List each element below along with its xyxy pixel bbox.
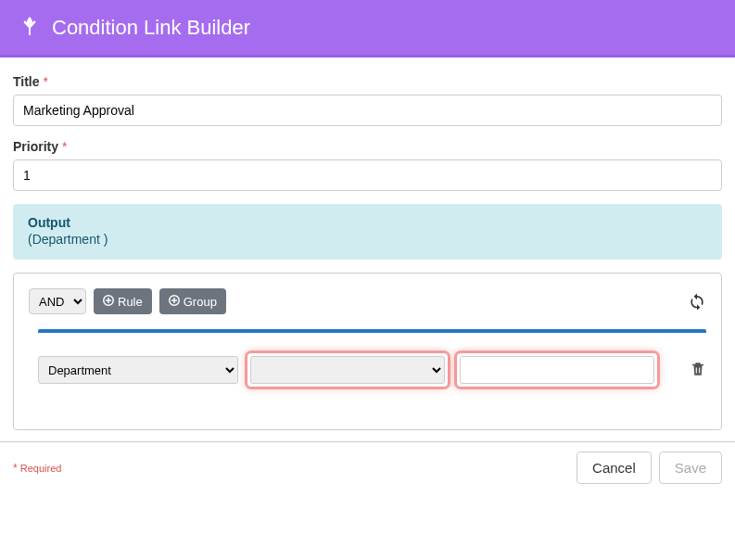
footer-bar: * Required Cancel Save: [0, 441, 735, 493]
add-rule-button[interactable]: Rule: [94, 288, 152, 314]
output-title: Output: [28, 215, 707, 230]
value-input[interactable]: [460, 356, 654, 384]
operator-select[interactable]: [250, 356, 445, 384]
trash-icon[interactable]: [690, 360, 706, 381]
priority-group: Priority *: [13, 139, 722, 191]
title-group: Title *: [13, 74, 722, 126]
save-button[interactable]: Save: [659, 452, 722, 484]
add-group-button[interactable]: Group: [159, 288, 226, 314]
required-asterisk: *: [43, 74, 47, 89]
priority-label: Priority *: [13, 139, 67, 154]
value-invalid-wrap: [457, 353, 657, 387]
required-asterisk: *: [13, 462, 18, 475]
cancel-button[interactable]: Cancel: [577, 452, 652, 484]
rule-toolbar: AND OR Rule Group: [29, 288, 706, 314]
title-label: Title *: [13, 74, 48, 89]
page-header: Condition Link Builder: [0, 0, 735, 57]
priority-input[interactable]: [13, 159, 722, 191]
refresh-icon[interactable]: [688, 291, 706, 312]
plus-circle-icon: [103, 295, 114, 309]
rule-rows-container: Department: [38, 329, 706, 387]
logic-select[interactable]: AND OR: [29, 288, 86, 314]
output-panel: Output (Department ): [13, 204, 722, 260]
rule-row: Department: [38, 353, 706, 387]
required-asterisk: *: [62, 139, 67, 154]
title-label-text: Title: [13, 74, 40, 89]
add-group-label: Group: [184, 295, 217, 309]
required-note: * Required: [13, 462, 61, 475]
operator-invalid-wrap: [247, 353, 448, 387]
priority-label-text: Priority: [13, 139, 58, 154]
add-rule-label: Rule: [118, 295, 143, 309]
required-note-text: Required: [20, 463, 62, 474]
rule-builder-panel: AND OR Rule Group Depar: [13, 273, 722, 430]
app-logo-icon: [19, 15, 41, 40]
footer-buttons: Cancel Save: [577, 452, 722, 484]
page-title: Condition Link Builder: [52, 16, 250, 40]
plus-circle-icon: [169, 295, 180, 309]
form-content: Title * Priority * Output (Department ) …: [0, 57, 735, 441]
field-select[interactable]: Department: [38, 356, 238, 384]
title-input[interactable]: [13, 95, 722, 126]
output-subtitle: (Department ): [28, 232, 707, 247]
